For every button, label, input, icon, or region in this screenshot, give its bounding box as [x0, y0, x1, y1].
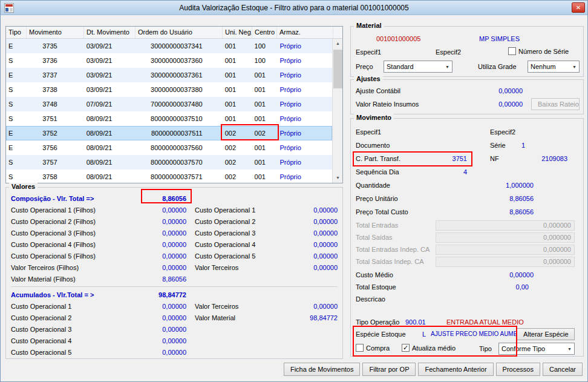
preco-select[interactable]: Standard ▼ [384, 61, 452, 73]
table-cell: 08/09/21 [84, 126, 136, 140]
table-cell: 001 [222, 39, 252, 53]
table-row[interactable]: S373603/09/2130000000037360001100Próprio [6, 53, 332, 68]
serie-value: 1 [500, 142, 525, 149]
table-body: E373503/09/2130000000037341001100Próprio… [6, 39, 332, 183]
footer-button-fechamento-anterior[interactable]: Fechamento Anterior [418, 363, 493, 376]
table-cell: 100 [252, 39, 276, 53]
column-header-5[interactable]: Centro [252, 27, 277, 38]
table-cell: 07/09/21 [84, 97, 136, 111]
tipo-operacao-label: Tipo Operação [356, 318, 399, 326]
valores-row-label: Custo Operacional 3 (Filhos) [11, 229, 143, 237]
valores-row-label: Custo Operacional 3 [11, 326, 143, 333]
column-header-4[interactable]: Uni. Neg. [223, 27, 252, 38]
alterar-especie-button[interactable]: Alterar Espécie [517, 328, 575, 340]
table-cell: 001 [222, 68, 252, 82]
table-cell: 30000000037380 [135, 82, 221, 97]
table-cell: E [6, 39, 27, 53]
atualiza-medio-label: Atualiza médio [412, 344, 456, 352]
valor-rateio-label: Valor Rateio Insumos [356, 100, 419, 108]
close-button[interactable]: ✕ [572, 2, 585, 13]
ajustes-group-title: Ajustes [354, 75, 383, 82]
table-cell: 80000000037570 [135, 155, 221, 170]
utiliza-grade-select-value: Nenhum [531, 63, 556, 70]
baixas-rateio-button[interactable]: Baixas Rateio [531, 98, 580, 110]
utiliza-grade-select[interactable]: Nenhum ▼ [528, 61, 580, 73]
table-cell: 30000000037360 [135, 53, 221, 68]
valores-row-label-2: Valor Terceiros [195, 264, 263, 271]
valores-row: Custo Operacional 2 (Filhos)0,00000Custo… [6, 216, 342, 227]
column-header-6[interactable]: Armaz. [277, 27, 333, 38]
table-cell: 001 [222, 82, 252, 97]
footer-button-ficha-de-movimentos[interactable]: Ficha de Movimentos [284, 363, 361, 376]
table-row[interactable]: E373503/09/2130000000037341001100Próprio [6, 39, 332, 53]
valores-row-value: 0,00000 [143, 264, 186, 271]
table-cell: 3735 [27, 39, 84, 53]
numero-serie-checkbox[interactable]: Número de Série [508, 47, 569, 55]
column-header-0[interactable]: Tipo [6, 27, 27, 38]
table-cell: E [6, 126, 27, 140]
table-row[interactable]: E373703/09/2130000000037361001001Próprio [6, 68, 332, 82]
scroll-up-icon[interactable]: ▲ [333, 39, 343, 48]
scroll-down-icon[interactable]: ▼ [333, 173, 343, 183]
valores-row: Custo Operacional 4 (Filhos)0,00000Custo… [6, 239, 342, 250]
material-group-title: Material [354, 22, 384, 29]
table-cell: Próprio [276, 155, 332, 170]
table-cell: 70000000037480 [135, 97, 221, 111]
valores-row: Custo Operacional 10,00000Valor Terceiro… [6, 300, 342, 312]
valores-row-value: 0,00000 [143, 252, 186, 260]
valores-row: Custo Operacional 5 (Filhos)0,00000Custo… [6, 250, 342, 262]
tipo-select[interactable]: Conforme Tipo ▼ [498, 343, 575, 355]
table-cell: S [6, 155, 27, 170]
table-row[interactable]: S375808/09/2180000000037571002001Próprio [6, 170, 332, 184]
movements-table: TipoMovimentoDt. MovimentoOrdem do Usuár… [5, 26, 343, 183]
table-cell: 03/09/21 [84, 68, 136, 82]
valores-row-label: Custo Operacional 4 (Filhos) [11, 241, 143, 248]
tipo-operacao-desc: ENTRADA ATUAL MEDIO [446, 318, 524, 326]
tipo-select-value: Conforme Tipo [501, 345, 545, 352]
column-header-1[interactable]: Movimento [27, 27, 84, 38]
preco-unitario-value: 8,86056 [460, 195, 534, 202]
valores-row: Valor Material (Filhos)8,86056 [6, 273, 342, 285]
valores-row-value: 0,00000 [143, 303, 186, 310]
disabled-field-label: Total Entradas [356, 222, 398, 229]
column-header-2[interactable]: Dt. Movimento [84, 27, 136, 38]
valores-row-label: Valor Terceiros (Filhos) [11, 264, 143, 271]
ajustes-group: Ajustes Ajuste Contábil 0,00000 Valor Ra… [350, 79, 584, 114]
table-header: TipoMovimentoDt. MovimentoOrdem do Usuár… [6, 27, 342, 39]
mov-especif1-label: Especif1 [356, 128, 381, 136]
valores-row-value-2: 98,84772 [263, 314, 338, 321]
table-row[interactable]: S375708/09/2180000000037570002001Próprio [6, 155, 332, 170]
table-row[interactable]: S375108/09/2180000000037510001001Próprio [6, 111, 332, 126]
valores-group-title: Valores [9, 183, 38, 190]
valores-row-value-2: 0,00000 [263, 252, 338, 260]
valores-row-value: 8,86056 [143, 275, 186, 283]
table-cell: 3737 [27, 68, 84, 82]
table-cell: 03/09/21 [84, 53, 136, 68]
table-row[interactable]: E375208/09/2180000000037511002002Próprio [6, 126, 332, 140]
table-cell: Próprio [276, 111, 332, 126]
footer-button-processos[interactable]: Processos [496, 363, 540, 376]
table-cell: 3736 [27, 53, 84, 68]
preco-select-value: Standard [387, 63, 414, 70]
atualiza-medio-checkbox[interactable]: Atualiza médio [402, 344, 456, 352]
footer-button-filtrar-por-op[interactable]: Filtrar por OP [362, 363, 416, 376]
table-row[interactable]: E375608/09/2180000000037560002001Próprio [6, 140, 332, 155]
compra-checkbox[interactable]: Compra [356, 344, 390, 352]
table-cell: 3756 [27, 140, 84, 155]
disabled-field-label: Total Saídas [356, 234, 393, 241]
dialog-window: Audita Valorização Estoque - Filtro ativ… [0, 0, 588, 382]
table-row[interactable]: S373803/09/2130000000037380001001Próprio [6, 82, 332, 97]
documento-label: Documento [356, 142, 390, 149]
valores-row: Valor Terceiros (Filhos)0,00000Valor Ter… [6, 262, 342, 273]
valores-row-label: Custo Operacional 2 [11, 314, 143, 321]
valores-row-label-2: Valor Material [195, 314, 263, 321]
sequencia-dia-value: 4 [411, 168, 467, 176]
table-cell: 3758 [27, 170, 84, 184]
column-header-3[interactable]: Ordem do Usuário [136, 27, 223, 38]
table-cell: 001 [252, 82, 276, 97]
scrollbar-thumb[interactable] [333, 50, 342, 88]
table-row[interactable]: S374807/09/2170000000037480001001Próprio [6, 97, 332, 111]
footer-button-cancelar[interactable]: Cancelar [543, 363, 583, 376]
preco-label: Preço [356, 63, 373, 70]
table-scrollbar[interactable]: ▲ ▼ [332, 39, 342, 183]
